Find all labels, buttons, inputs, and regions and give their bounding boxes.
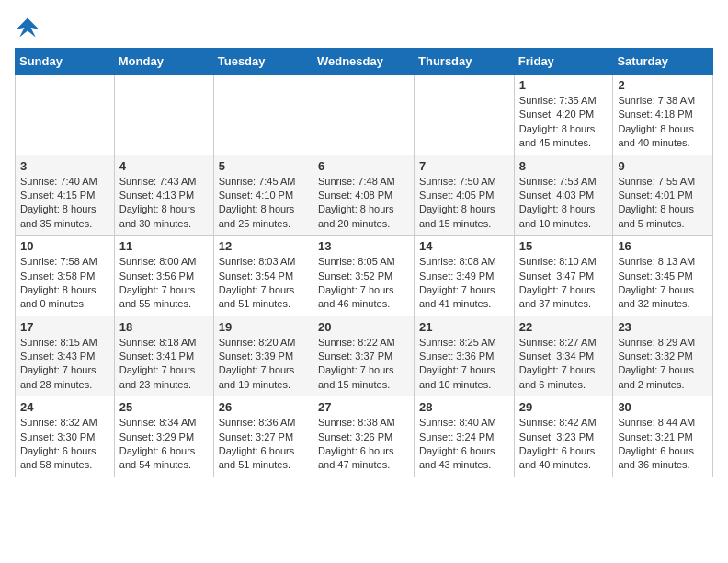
day-number: 20	[318, 320, 409, 334]
day-number: 24	[20, 400, 109, 414]
day-info: Sunrise: 8:22 AM Sunset: 3:37 PM Dayligh…	[318, 336, 409, 393]
calendar-cell: 19Sunrise: 8:20 AM Sunset: 3:39 PM Dayli…	[213, 316, 313, 396]
day-info: Sunrise: 8:27 AM Sunset: 3:34 PM Dayligh…	[519, 336, 609, 393]
day-info: Sunrise: 7:53 AM Sunset: 4:03 PM Dayligh…	[519, 175, 609, 232]
day-number: 22	[519, 320, 609, 334]
day-info: Sunrise: 8:13 AM Sunset: 3:45 PM Dayligh…	[618, 255, 708, 312]
day-number: 16	[618, 239, 708, 253]
day-info: Sunrise: 7:43 AM Sunset: 4:13 PM Dayligh…	[119, 175, 209, 232]
day-info: Sunrise: 7:35 AM Sunset: 4:20 PM Dayligh…	[519, 94, 609, 151]
day-info: Sunrise: 8:20 AM Sunset: 3:39 PM Dayligh…	[219, 336, 308, 393]
day-info: Sunrise: 8:32 AM Sunset: 3:30 PM Dayligh…	[20, 416, 109, 473]
day-info: Sunrise: 8:42 AM Sunset: 3:23 PM Dayligh…	[519, 416, 609, 473]
day-number: 25	[119, 400, 209, 414]
day-number: 27	[318, 400, 409, 414]
day-info: Sunrise: 8:44 AM Sunset: 3:21 PM Dayligh…	[618, 416, 708, 473]
logo	[15, 15, 44, 40]
day-number: 19	[219, 320, 308, 334]
calendar-cell: 22Sunrise: 8:27 AM Sunset: 3:34 PM Dayli…	[514, 316, 613, 396]
calendar-cell: 15Sunrise: 8:10 AM Sunset: 3:47 PM Dayli…	[514, 236, 613, 316]
calendar-cell: 2Sunrise: 7:38 AM Sunset: 4:18 PM Daylig…	[613, 75, 713, 155]
day-number: 23	[618, 320, 708, 334]
calendar-cell: 16Sunrise: 8:13 AM Sunset: 3:45 PM Dayli…	[613, 236, 713, 316]
day-info: Sunrise: 8:05 AM Sunset: 3:52 PM Dayligh…	[318, 255, 409, 312]
day-number: 13	[318, 239, 409, 253]
calendar-cell	[114, 75, 213, 155]
day-number: 8	[519, 159, 609, 173]
day-number: 12	[219, 239, 308, 253]
calendar-cell: 7Sunrise: 7:50 AM Sunset: 4:05 PM Daylig…	[415, 155, 515, 236]
day-number: 5	[219, 159, 308, 173]
calendar-cell: 28Sunrise: 8:40 AM Sunset: 3:24 PM Dayli…	[415, 396, 515, 477]
calendar-cell	[415, 75, 515, 155]
day-number: 26	[219, 400, 308, 414]
day-number: 28	[419, 400, 509, 414]
day-number: 29	[519, 400, 609, 414]
calendar-header-sunday: Sunday	[16, 49, 115, 75]
calendar-week-row: 17Sunrise: 8:15 AM Sunset: 3:43 PM Dayli…	[16, 316, 713, 396]
day-number: 10	[20, 239, 109, 253]
calendar-cell: 4Sunrise: 7:43 AM Sunset: 4:13 PM Daylig…	[114, 155, 213, 236]
calendar-cell: 10Sunrise: 7:58 AM Sunset: 3:58 PM Dayli…	[16, 236, 115, 316]
day-info: Sunrise: 7:45 AM Sunset: 4:10 PM Dayligh…	[219, 175, 308, 232]
calendar-cell: 3Sunrise: 7:40 AM Sunset: 4:15 PM Daylig…	[16, 155, 115, 236]
day-info: Sunrise: 8:00 AM Sunset: 3:56 PM Dayligh…	[119, 255, 209, 312]
calendar-header-monday: Monday	[114, 49, 213, 75]
calendar-header-saturday: Saturday	[613, 49, 713, 75]
calendar-cell: 30Sunrise: 8:44 AM Sunset: 3:21 PM Dayli…	[613, 396, 713, 477]
calendar-cell: 14Sunrise: 8:08 AM Sunset: 3:49 PM Dayli…	[415, 236, 515, 316]
svg-marker-0	[17, 18, 40, 38]
calendar-cell: 5Sunrise: 7:45 AM Sunset: 4:10 PM Daylig…	[213, 155, 313, 236]
day-info: Sunrise: 7:50 AM Sunset: 4:05 PM Dayligh…	[419, 175, 509, 232]
day-info: Sunrise: 8:29 AM Sunset: 3:32 PM Dayligh…	[618, 336, 708, 393]
day-number: 3	[20, 159, 109, 173]
day-info: Sunrise: 8:10 AM Sunset: 3:47 PM Dayligh…	[519, 255, 609, 312]
day-info: Sunrise: 8:03 AM Sunset: 3:54 PM Dayligh…	[219, 255, 308, 312]
day-info: Sunrise: 8:18 AM Sunset: 3:41 PM Dayligh…	[119, 336, 209, 393]
day-number: 2	[618, 78, 708, 92]
day-number: 4	[119, 159, 209, 173]
calendar-week-row: 1Sunrise: 7:35 AM Sunset: 4:20 PM Daylig…	[16, 75, 713, 155]
calendar-cell: 20Sunrise: 8:22 AM Sunset: 3:37 PM Dayli…	[313, 316, 414, 396]
calendar-cell	[313, 75, 414, 155]
day-number: 14	[419, 239, 509, 253]
calendar-cell: 13Sunrise: 8:05 AM Sunset: 3:52 PM Dayli…	[313, 236, 414, 316]
day-number: 7	[419, 159, 509, 173]
day-number: 21	[419, 320, 509, 334]
calendar-cell: 12Sunrise: 8:03 AM Sunset: 3:54 PM Dayli…	[213, 236, 313, 316]
day-number: 18	[119, 320, 209, 334]
day-info: Sunrise: 7:55 AM Sunset: 4:01 PM Dayligh…	[618, 175, 708, 232]
calendar-cell: 1Sunrise: 7:35 AM Sunset: 4:20 PM Daylig…	[514, 75, 613, 155]
calendar-header-thursday: Thursday	[415, 49, 515, 75]
day-info: Sunrise: 8:34 AM Sunset: 3:29 PM Dayligh…	[119, 416, 209, 473]
calendar-cell	[213, 75, 313, 155]
day-number: 6	[318, 159, 409, 173]
calendar-cell: 8Sunrise: 7:53 AM Sunset: 4:03 PM Daylig…	[514, 155, 613, 236]
calendar: SundayMondayTuesdayWednesdayThursdayFrid…	[15, 48, 713, 477]
calendar-cell: 21Sunrise: 8:25 AM Sunset: 3:36 PM Dayli…	[415, 316, 515, 396]
header	[15, 15, 713, 40]
calendar-week-row: 10Sunrise: 7:58 AM Sunset: 3:58 PM Dayli…	[16, 236, 713, 316]
day-info: Sunrise: 8:40 AM Sunset: 3:24 PM Dayligh…	[419, 416, 509, 473]
day-number: 15	[519, 239, 609, 253]
day-info: Sunrise: 8:25 AM Sunset: 3:36 PM Dayligh…	[419, 336, 509, 393]
day-number: 1	[519, 78, 609, 92]
calendar-cell: 6Sunrise: 7:48 AM Sunset: 4:08 PM Daylig…	[313, 155, 414, 236]
calendar-cell: 11Sunrise: 8:00 AM Sunset: 3:56 PM Dayli…	[114, 236, 213, 316]
calendar-header-friday: Friday	[514, 49, 613, 75]
day-number: 17	[20, 320, 109, 334]
logo-bird-icon	[15, 15, 40, 40]
day-info: Sunrise: 7:40 AM Sunset: 4:15 PM Dayligh…	[20, 175, 109, 232]
day-info: Sunrise: 8:15 AM Sunset: 3:43 PM Dayligh…	[20, 336, 109, 393]
calendar-cell	[16, 75, 115, 155]
calendar-header-wednesday: Wednesday	[313, 49, 414, 75]
calendar-week-row: 24Sunrise: 8:32 AM Sunset: 3:30 PM Dayli…	[16, 396, 713, 477]
day-number: 30	[618, 400, 708, 414]
calendar-week-row: 3Sunrise: 7:40 AM Sunset: 4:15 PM Daylig…	[16, 155, 713, 236]
day-info: Sunrise: 7:58 AM Sunset: 3:58 PM Dayligh…	[20, 255, 109, 312]
day-info: Sunrise: 8:38 AM Sunset: 3:26 PM Dayligh…	[318, 416, 409, 473]
calendar-cell: 18Sunrise: 8:18 AM Sunset: 3:41 PM Dayli…	[114, 316, 213, 396]
day-number: 11	[119, 239, 209, 253]
calendar-cell: 23Sunrise: 8:29 AM Sunset: 3:32 PM Dayli…	[613, 316, 713, 396]
calendar-cell: 27Sunrise: 8:38 AM Sunset: 3:26 PM Dayli…	[313, 396, 414, 477]
